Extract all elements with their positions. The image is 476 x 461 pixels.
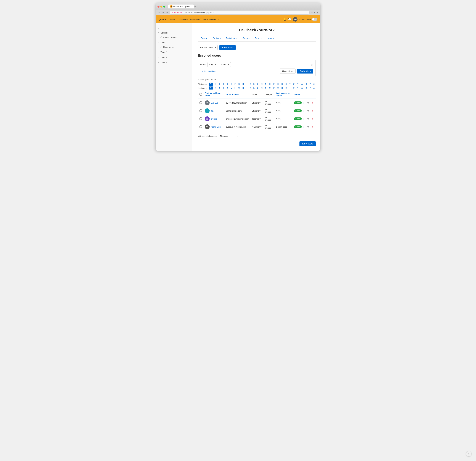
- info-icon[interactable]: ℹ: [302, 109, 306, 112]
- filter-select-dropdown[interactable]: Select: [219, 62, 231, 67]
- extensions-icon[interactable]: ⊞: [314, 11, 315, 14]
- lastname-letter-k[interactable]: K: [252, 86, 255, 90]
- lastname-letter-f[interactable]: F: [233, 86, 237, 90]
- gear-icon[interactable]: ⚙: [306, 101, 310, 104]
- sidebar-item-announcements[interactable]: Announcements: [156, 35, 192, 40]
- edit-role-icon[interactable]: ✏: [259, 118, 261, 120]
- lastname-letter-e[interactable]: E: [230, 86, 233, 90]
- trash-icon[interactable]: 🗑: [311, 125, 314, 128]
- lastname-letter-z[interactable]: Z: [313, 86, 316, 90]
- tab-course[interactable]: Course: [198, 35, 210, 41]
- lastname-letter-n[interactable]: N: [264, 86, 268, 90]
- reload-button[interactable]: ↻: [165, 11, 168, 14]
- back-button[interactable]: ←: [158, 11, 161, 14]
- lastname-letter-u[interactable]: U: [292, 86, 296, 90]
- info-icon[interactable]: ℹ: [302, 101, 306, 104]
- row-checkbox[interactable]: [199, 117, 202, 120]
- col-name[interactable]: First name / Last name ↑: [203, 90, 224, 99]
- col-email[interactable]: Email address: [224, 90, 250, 99]
- firstname-letter-m[interactable]: M: [260, 83, 264, 86]
- sidebar-section-topic3-header[interactable]: ▼ Topic 3: [156, 55, 192, 60]
- select-all-checkbox[interactable]: [199, 93, 202, 96]
- nav-my-courses[interactable]: My courses: [190, 18, 200, 21]
- lastname-letter-p[interactable]: P: [272, 86, 276, 90]
- sidebar-section-topic2-header[interactable]: ▼ Topic 2: [156, 50, 192, 54]
- firstname-letter-n[interactable]: N: [264, 83, 268, 86]
- firstname-letter-f[interactable]: F: [233, 83, 237, 86]
- firstname-letter-o[interactable]: O: [268, 83, 272, 86]
- nav-dashboard[interactable]: Dashboard: [178, 18, 188, 21]
- apply-filters-button[interactable]: Apply filters: [297, 69, 313, 74]
- avatar[interactable]: AU: [293, 17, 298, 22]
- firstname-letter-i[interactable]: I: [245, 83, 248, 86]
- firstname-letter-a[interactable]: A: [213, 83, 217, 86]
- gear-icon[interactable]: ⚙: [306, 125, 310, 128]
- tab-reports[interactable]: Reports: [252, 35, 265, 41]
- maximize-window-dot[interactable]: [163, 6, 165, 8]
- nav-site-administration[interactable]: Site administration: [203, 18, 219, 21]
- firstname-letter-b[interactable]: B: [217, 83, 221, 86]
- firstname-letter-d[interactable]: D: [225, 83, 229, 86]
- lastname-letter-v[interactable]: V: [296, 86, 299, 90]
- firstname-letter-l[interactable]: L: [256, 83, 259, 86]
- user-name-link[interactable]: Eve Eve: [211, 102, 218, 104]
- nav-home[interactable]: Home: [170, 18, 175, 21]
- tab-close-icon[interactable]: ×: [191, 5, 192, 8]
- row-checkbox[interactable]: [199, 126, 202, 128]
- new-tab-button[interactable]: +: [194, 5, 196, 8]
- tab-participants[interactable]: Participants: [223, 35, 240, 41]
- firstname-letter-y[interactable]: Y: [308, 83, 312, 86]
- gear-icon[interactable]: ⚙: [306, 109, 310, 112]
- firstname-letter-e[interactable]: E: [230, 83, 233, 86]
- add-condition-button[interactable]: + + Add condition: [200, 70, 215, 72]
- trash-icon[interactable]: 🗑: [311, 101, 314, 104]
- clear-filters-button[interactable]: Clear filters: [280, 68, 296, 74]
- lastname-letter-i[interactable]: I: [245, 86, 248, 90]
- info-icon[interactable]: ℹ: [302, 125, 306, 128]
- lastname-letter-o[interactable]: O: [268, 86, 272, 90]
- lastname-letter-t[interactable]: T: [288, 86, 291, 90]
- enrol-users-bottom-button[interactable]: Enrol users: [299, 141, 316, 146]
- row-checkbox[interactable]: [199, 101, 202, 104]
- forward-button[interactable]: →: [162, 11, 165, 14]
- lastname-letter-all[interactable]: All: [209, 86, 213, 90]
- firstname-letter-c[interactable]: C: [221, 83, 225, 86]
- edit-role-icon[interactable]: ✏: [259, 110, 261, 112]
- notifications-icon[interactable]: 🔔: [283, 18, 286, 21]
- bookmark-icon[interactable]: ☆: [311, 11, 313, 14]
- sidebar-section-topic1-header[interactable]: ▼ Topic 1: [156, 40, 192, 45]
- firstname-letter-j[interactable]: J: [249, 83, 252, 86]
- lastname-letter-d[interactable]: D: [225, 86, 229, 90]
- lastname-letter-q[interactable]: Q: [276, 86, 280, 90]
- firstname-letter-s[interactable]: S: [284, 83, 288, 86]
- address-bar[interactable]: ⚠ Not Secure | 34.201.41.202/user/index.…: [170, 11, 310, 15]
- minimize-window-dot[interactable]: [160, 6, 162, 8]
- firstname-letter-h[interactable]: H: [241, 83, 245, 86]
- sidebar-item-homework1[interactable]: Homework1: [156, 45, 192, 49]
- lastname-letter-g[interactable]: G: [237, 86, 241, 90]
- edit-role-icon[interactable]: ✏: [260, 126, 262, 128]
- user-name-link[interactable]: Admin User: [211, 126, 221, 128]
- firstname-letter-r[interactable]: R: [280, 83, 284, 86]
- col-status[interactable]: Status: [292, 90, 316, 99]
- lastname-letter-m[interactable]: M: [260, 86, 264, 90]
- lastname-letter-a[interactable]: A: [213, 86, 217, 90]
- firstname-letter-all[interactable]: All: [209, 83, 213, 86]
- lastname-letter-c[interactable]: C: [221, 86, 225, 90]
- toggle-switch[interactable]: [312, 18, 317, 21]
- messages-icon[interactable]: 💬: [288, 18, 291, 21]
- row-checkbox[interactable]: [199, 109, 202, 112]
- user-name-link[interactable]: pro pro: [211, 118, 217, 120]
- enrol-users-top-button[interactable]: Enrol users: [220, 45, 236, 50]
- filter-remove-icon[interactable]: ⊗: [310, 63, 313, 67]
- lastname-letter-x[interactable]: X: [305, 86, 308, 90]
- trash-icon[interactable]: 🗑: [311, 109, 314, 112]
- sidebar-section-topic4-header[interactable]: ▼ Topic 4: [156, 60, 192, 65]
- gear-icon[interactable]: ⚙: [306, 117, 310, 120]
- firstname-letter-t[interactable]: T: [288, 83, 291, 86]
- firstname-letter-w[interactable]: W: [300, 83, 304, 86]
- tab-grades[interactable]: Grades: [240, 35, 252, 41]
- menu-icon[interactable]: ⋮: [316, 11, 318, 14]
- firstname-letter-q[interactable]: Q: [276, 83, 280, 86]
- close-window-dot[interactable]: [158, 6, 160, 8]
